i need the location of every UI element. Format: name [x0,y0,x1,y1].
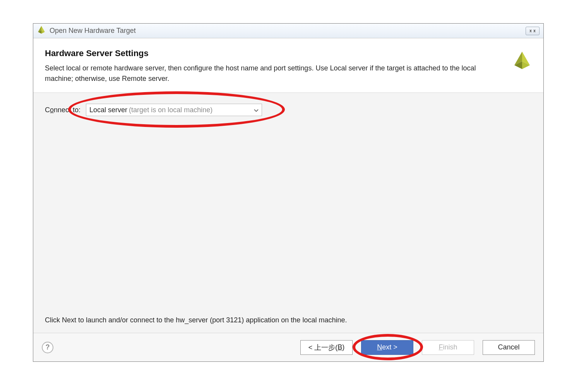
next-label-accesskey: N [377,343,382,351]
connect-to-row: Connect to: Local server (target is on l… [45,104,532,116]
cancel-label: Cancel [498,343,519,351]
connect-to-hint: (target is on local machine) [129,106,212,114]
wizard-footer: ? < 上一步(B) Next > Finish Cancel [33,333,543,361]
back-label-pre: < 上一步( [308,343,338,352]
connect-label-post: nnect to: [54,106,81,114]
window-title: Open New Hardware Target [50,27,526,35]
close-icon [529,29,536,33]
connect-to-label: Connect to: [45,106,81,114]
finish-label-accesskey: F [439,343,443,351]
chevron-down-icon [254,106,259,114]
window-close-button[interactable] [526,27,540,35]
back-label-post: ) [342,343,344,351]
connect-label-pre: C [45,106,50,114]
wizard-header: Hardware Server Settings Select local or… [33,38,543,93]
help-icon: ? [46,343,50,351]
titlebar: Open New Hardware Target [33,24,543,38]
page-title: Hardware Server Settings [45,48,505,58]
back-button[interactable]: < 上一步(B) [300,340,353,355]
cancel-button[interactable]: Cancel [483,340,535,355]
vivado-app-icon [37,26,46,36]
next-button[interactable]: Next > [361,340,413,355]
wizard-content: Connect to: Local server (target is on l… [33,93,543,333]
content-hint: Click Next to launch and/or connect to t… [45,316,532,324]
vivado-logo-icon [512,51,532,72]
help-button[interactable]: ? [42,342,53,353]
next-button-wrapper: Next > [361,340,413,355]
connect-to-select[interactable]: Local server (target is on local machine… [86,104,262,116]
wizard-header-text: Hardware Server Settings Select local or… [45,48,505,84]
finish-button: Finish [422,340,474,355]
back-label-accesskey: B [337,343,342,351]
page-description: Select local or remote hardware server, … [45,63,505,84]
finish-label-post: inish [443,343,457,351]
next-label-post: ext > [382,343,397,351]
dialog-window: Open New Hardware Target Hardware Server… [33,23,544,362]
connect-label-accesskey: o [50,106,54,114]
connect-to-value: Local server [89,106,127,114]
